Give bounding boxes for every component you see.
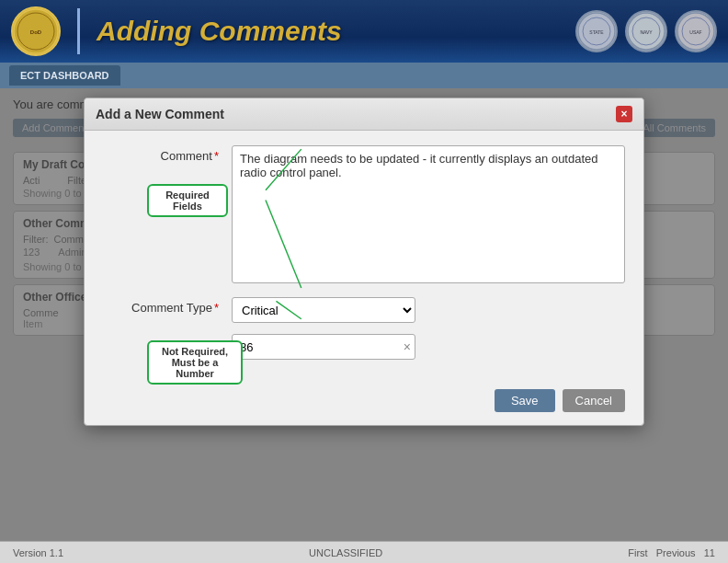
svg-text:STATE: STATE xyxy=(589,29,604,35)
previous-nav[interactable]: Previous xyxy=(656,547,696,558)
modal-header: Add a New Comment × xyxy=(85,98,643,131)
classification-label: UNCLASSIFIED xyxy=(309,547,382,558)
page-num: 11 xyxy=(704,547,715,558)
modal-overlay: Add a New Comment × Comment* The diagram… xyxy=(0,88,728,563)
header-divider xyxy=(77,8,80,54)
line-number-clear-button[interactable]: × xyxy=(404,340,411,353)
comment-type-required-star: * xyxy=(214,301,219,315)
add-comment-modal: Add a New Comment × Comment* The diagram… xyxy=(84,98,644,426)
modal-footer: Save Cancel xyxy=(85,382,643,425)
navbar: ECT DASHBOARD xyxy=(0,63,728,88)
app-header: DoD Adding Comments STATE NAVY USAF xyxy=(0,0,728,63)
not-required-annotation: Not Required, Must be a Number xyxy=(147,340,243,385)
bottom-bar: Version 1.1 UNCLASSIFIED First Previous … xyxy=(0,541,728,563)
comment-required-star: * xyxy=(214,149,219,163)
version-label: Version 1.1 xyxy=(13,547,63,558)
seal-2: NAVY xyxy=(625,10,667,52)
svg-text:NAVY: NAVY xyxy=(640,29,653,35)
cancel-button[interactable]: Cancel xyxy=(563,389,625,412)
save-button[interactable]: Save xyxy=(495,389,555,412)
dod-seal: DoD xyxy=(11,6,61,56)
comment-type-select[interactable]: Critical Substantive Administrative xyxy=(232,297,415,323)
modal-body: Comment* The diagram needs to be updated… xyxy=(85,131,643,382)
comment-field-wrap: The diagram needs to be updated - it cur… xyxy=(232,145,625,286)
svg-text:DoD: DoD xyxy=(30,29,42,35)
agency-seals: STATE NAVY USAF xyxy=(575,10,717,52)
required-fields-annotation: Required Fields xyxy=(147,184,228,217)
app-title: Adding Comments xyxy=(97,16,564,47)
first-nav[interactable]: First xyxy=(628,547,647,558)
page-number: First Previous 11 xyxy=(628,547,715,558)
main-content: You are comments. Add Commen All Comment… xyxy=(0,88,728,563)
comment-label: Comment* xyxy=(103,145,232,163)
line-number-input[interactable] xyxy=(232,334,415,360)
modal-title: Add a New Comment xyxy=(96,107,224,121)
comment-textarea[interactable]: The diagram needs to be updated - it cur… xyxy=(232,145,625,283)
comment-type-wrap: Critical Substantive Administrative xyxy=(232,297,625,323)
comment-type-label: Comment Type* xyxy=(103,297,232,315)
line-number-wrap: × xyxy=(232,334,625,360)
svg-text:USAF: USAF xyxy=(689,29,701,35)
comment-type-row: Comment Type* Critical Substantive Admin… xyxy=(103,297,625,323)
seal-3: USAF xyxy=(675,10,717,52)
line-number-input-group: × xyxy=(232,334,415,360)
modal-close-button[interactable]: × xyxy=(616,106,632,122)
ect-dashboard-tab[interactable]: ECT DASHBOARD xyxy=(9,65,120,86)
seal-1: STATE xyxy=(575,10,618,52)
